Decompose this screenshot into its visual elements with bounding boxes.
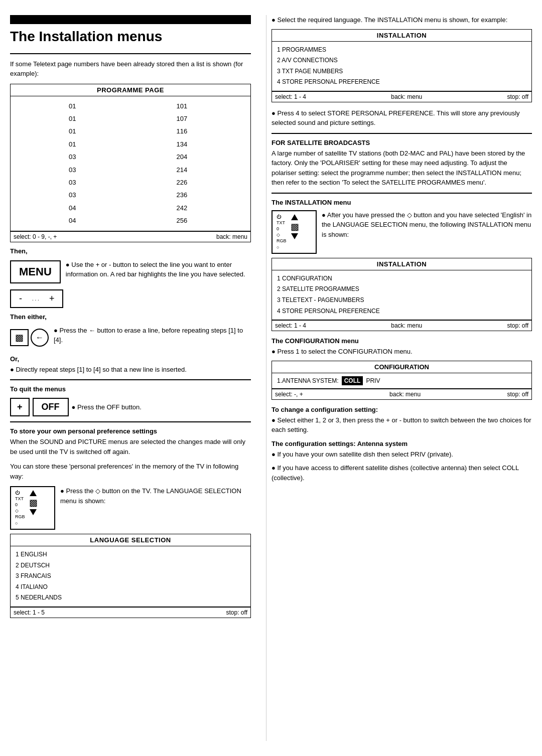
list-item: 3 TELETEXT - PAGENUMBERS (277, 295, 526, 306)
config-footer-select: select: -, + (275, 391, 303, 398)
install1-footer-stop: stop: off (507, 93, 528, 100)
page-number: 107 (124, 113, 239, 124)
personal-heading: To store your own personal preference se… (10, 427, 251, 435)
config-box-content: 1.ANTENNA SYSTEM: COLL PRIV (272, 373, 531, 388)
diamond-label-small: ◇ (15, 508, 25, 513)
language-selection-content: 1 ENGLISH2 DEUTSCH3 FRANCAIS4 ITALIANO5 … (11, 546, 250, 607)
rgb-label-r: RGB (277, 238, 287, 243)
list-item: 4 ITALIANO (16, 582, 245, 593)
install1-footer-back: back: menu (391, 93, 422, 100)
speaker-icon-r: ▩ (291, 222, 299, 231)
section-divider-r2 (272, 193, 532, 194)
arrow-down-icon-r (291, 233, 298, 239)
txt-label-r: TXT (277, 220, 287, 225)
title-bar (10, 15, 251, 24)
menu-button: MENU (10, 260, 61, 283)
language-selection-header: LANGUAGE SELECTION (11, 534, 250, 546)
small-remote-left: ⏻ TXT 0 ◇ RGB ▩ ○ (10, 486, 55, 530)
configuration-heading: The CONFIGURATION menu (272, 337, 532, 345)
prog-number: 03 (22, 151, 123, 163)
list-item: 3 FRANCAIS (16, 571, 245, 582)
change-config-heading: To change a configuration setting: (272, 406, 532, 413)
table-row: 01101 (22, 100, 239, 112)
remote-top-row: ⏻ TXT 0 ◇ RGB ▩ (15, 490, 50, 519)
back-arrow-icon: ← (36, 333, 44, 342)
table-row: 04242 (22, 202, 239, 214)
install-box-1-content: 1 PROGRAMMES2 A/V CONNECTIONS3 TXT PAGE … (272, 42, 531, 91)
configuration-text: ● Press 1 to select the CONFIGURATION me… (272, 347, 532, 357)
prog-number: 03 (22, 177, 123, 188)
intro-text: If some Teletext page numbers have been … (10, 59, 251, 79)
section-divider-top (10, 53, 251, 54)
quit-text: ● Press the OFF button. (72, 402, 142, 412)
page-number: 214 (124, 164, 239, 176)
circle-label-small: ○ (15, 521, 50, 526)
left-column: The Installation menus If some Teletext … (10, 15, 261, 741)
diamond-label-r: ◇ (277, 232, 287, 237)
install2-footer-select: select: 1 - 4 (275, 322, 306, 329)
config-settings-heading: The configuration settings: Antenna syst… (272, 440, 532, 447)
section-divider-r1 (272, 133, 532, 134)
list-item: 5 NEDERLANDS (16, 592, 245, 603)
prog-footer-back: back: menu (216, 233, 247, 240)
page-number: 242 (124, 202, 239, 214)
list-item: 1 PROGRAMMES (277, 45, 526, 56)
txt-label-small: TXT (15, 496, 25, 501)
satellite-text: A large number of satellite TV stations … (272, 148, 532, 188)
list-item: 1 ENGLISH (16, 549, 245, 560)
minus-label: - (19, 293, 22, 304)
off-row: + OFF ● Press the OFF button. (10, 398, 251, 416)
programme-page-footer: select: 0 - 9, -, + back: menu (11, 231, 250, 242)
config-settings-text1: ● If you have your own satellite dish th… (272, 449, 532, 460)
satellite-heading: FOR SATELLITE BROADCASTS (272, 139, 532, 146)
menu-remote-row: MENU ● Use the + or - button to select t… (10, 260, 251, 284)
power-icon: ⏻ (15, 490, 25, 495)
right-remote-row: ⏻ TXT 0 ◇ RGB ▩ ○ ● After you have press… (272, 210, 532, 254)
page-number: 256 (124, 215, 239, 226)
personal-text2: You can store these 'personal preference… (10, 462, 251, 481)
arrow-up-icon (30, 490, 37, 496)
off-button: OFF (33, 398, 69, 416)
installation-menu-heading: The INSTALLATION menu (272, 199, 532, 206)
prog-number: 03 (22, 189, 123, 201)
install-box-2-header: INSTALLATION (272, 258, 531, 270)
installation-box-2: INSTALLATION 1 CONFIGURATION2 SATELLITE … (272, 258, 532, 331)
config-footer-stop: stop: off (507, 391, 528, 398)
prog-footer-select: select: 0 - 9, -, + (14, 233, 57, 240)
zero-label-r: 0 (277, 226, 287, 231)
list-item: 3 TXT PAGE NUMBERS (277, 66, 526, 77)
zero-label-small: 0 (15, 502, 25, 507)
back-button: ← (31, 329, 49, 347)
antenna-label: 1.ANTENNA SYSTEM: (277, 377, 339, 384)
page-number: 236 (124, 189, 239, 201)
plus-minus-box: - . . . + (10, 289, 63, 308)
programme-page-box: PROGRAMME PAGE 0110101107011160113403204… (10, 84, 251, 242)
table-row: 03226 (22, 177, 239, 188)
install2-footer-stop: stop: off (507, 322, 528, 329)
small-remote-right: ⏻ TXT 0 ◇ RGB ▩ ○ (272, 210, 317, 254)
erase-row: ▩ ← ● Press the ← button to erase a line… (10, 326, 251, 350)
page-number: 204 (124, 151, 239, 163)
power-icon-r: ⏻ (277, 214, 287, 219)
coll-highlight: COLL (342, 376, 363, 385)
press4-text: ● Press 4 to select STORE PERSONAL PREFE… (272, 108, 532, 128)
then-either-text: ● Press the ← button to erase a line, be… (54, 326, 251, 345)
or-text: ● Directly repeat steps [1] to [4] so th… (10, 365, 251, 375)
table-row: 04256 (22, 215, 239, 226)
language-selection-footer: select: 1 - 5 stop: off (11, 607, 250, 618)
list-item: 4 STORE PERSONAL PREFERENCE (277, 306, 526, 317)
lang-footer-select: select: 1 - 5 (14, 609, 45, 616)
personal-text1: When the SOUND and PICTURE menus are sel… (10, 437, 251, 457)
installation-menu-text: ● After you have pressed the ◇ button an… (322, 210, 532, 240)
install-box-1-footer: select: 1 - 4 back: menu stop: off (272, 91, 531, 102)
prog-number: 01 (22, 138, 123, 150)
rgb-label-small: RGB (15, 514, 25, 519)
speaker-icon: ▩ (29, 498, 38, 507)
programme-page-header: PROGRAMME PAGE (11, 84, 250, 96)
then-heading: Then, (10, 247, 251, 255)
then-text: ● Use the + or - button to select the li… (66, 260, 251, 279)
table-row: 01107 (22, 113, 239, 124)
install-box-1-header: INSTALLATION (272, 30, 531, 42)
erase-button: ▩ (10, 329, 29, 346)
change-config-text: ● Select either 1, 2 or 3, then press th… (272, 415, 532, 435)
